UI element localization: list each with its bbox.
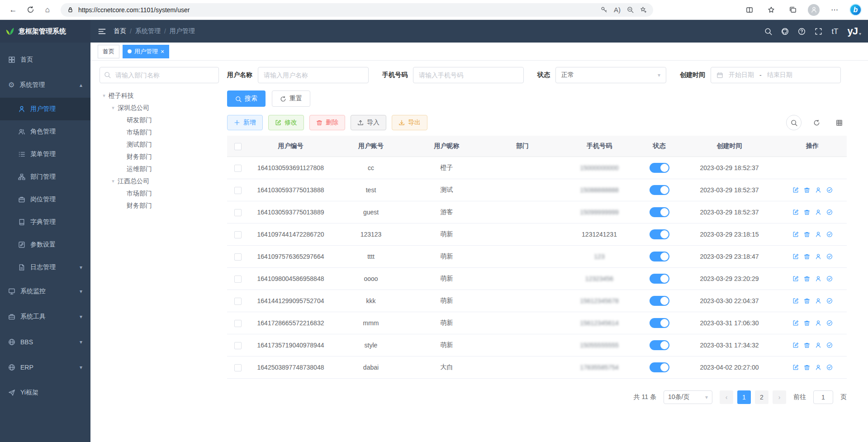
status-toggle[interactable] [650, 340, 669, 350]
sidebar-item-bbs[interactable]: BBS▾ [0, 329, 90, 355]
key-button[interactable] [601, 6, 607, 13]
reset-password-button[interactable] [815, 187, 821, 193]
sidebar-item-erp[interactable]: ERP▾ [0, 355, 90, 380]
sidebar-item-config[interactable]: 参数设置 [0, 233, 90, 256]
reset-password-button[interactable] [815, 342, 821, 348]
prev-page-button[interactable]: ‹ [720, 390, 733, 404]
assign-role-button[interactable] [826, 342, 833, 348]
page-size-select[interactable]: 10条/页▾ [664, 390, 712, 404]
copilot-button[interactable]: b [849, 4, 862, 16]
row-checkbox[interactable] [234, 209, 242, 216]
tab-1[interactable]: 用户管理× [123, 45, 169, 58]
tree-node[interactable]: 市场部门 [100, 126, 219, 138]
question-button[interactable] [798, 28, 806, 35]
delete-row-button[interactable] [804, 320, 810, 326]
split-screen-button[interactable] [743, 3, 756, 17]
status-toggle[interactable] [650, 296, 669, 306]
browser-home-button[interactable]: ⌂ [41, 3, 54, 17]
sidebar-item-post[interactable]: 岗位管理 [0, 188, 90, 211]
page-2-button[interactable]: 2 [755, 390, 768, 404]
sidebar-item-dept[interactable]: 部门管理 [0, 166, 90, 188]
column-settings-button[interactable] [831, 115, 847, 130]
status-toggle[interactable] [650, 229, 669, 239]
breadcrumb-item[interactable]: 首页 [114, 27, 126, 35]
tab-close-icon[interactable]: × [161, 48, 164, 55]
assign-role-button[interactable] [826, 253, 833, 260]
delete-row-button[interactable] [804, 364, 810, 371]
sidebar-item-role[interactable]: 角色管理 [0, 120, 90, 143]
search-button[interactable] [786, 115, 802, 130]
sidebar-item-menu[interactable]: 菜单管理 [0, 143, 90, 166]
row-checkbox[interactable] [234, 276, 242, 283]
row-checkbox[interactable] [234, 187, 242, 194]
collections-button[interactable] [786, 3, 800, 17]
row-checkbox[interactable] [234, 342, 242, 349]
status-toggle[interactable] [650, 252, 669, 261]
tree-node[interactable]: ▾橙子科技 [100, 90, 219, 102]
github-button[interactable] [781, 28, 789, 35]
breadcrumb-item[interactable]: 系统管理 [135, 27, 161, 35]
refresh-button[interactable] [809, 115, 824, 130]
tree-node[interactable]: 测试部门 [100, 138, 219, 151]
phone-input[interactable] [413, 67, 524, 83]
assign-role-button[interactable] [826, 187, 833, 193]
status-toggle[interactable] [650, 318, 669, 328]
app-logo[interactable]: 意框架管理系统 [0, 20, 90, 43]
row-checkbox[interactable] [234, 231, 242, 238]
delete-button[interactable]: 删除 [309, 115, 345, 130]
reset-password-button[interactable] [815, 276, 821, 282]
favorites-add-button[interactable] [640, 6, 647, 13]
assign-role-button[interactable] [826, 209, 833, 215]
status-select[interactable]: 正常 ▾ [555, 67, 666, 83]
assign-role-button[interactable] [826, 320, 833, 326]
site-info-lock-button[interactable] [67, 6, 74, 13]
goto-page-input[interactable] [813, 390, 833, 404]
edit-row-button[interactable] [792, 320, 799, 326]
assign-role-button[interactable] [826, 298, 833, 304]
tree-node[interactable]: ▾江西总公司 [100, 175, 219, 187]
import-button[interactable]: 导入 [351, 115, 386, 130]
delete-row-button[interactable] [804, 298, 810, 304]
reset-password-button[interactable] [815, 298, 821, 304]
status-toggle[interactable] [650, 207, 669, 217]
date-range-picker[interactable]: 开始日期 - 结束日期 [711, 67, 841, 83]
delete-row-button[interactable] [804, 187, 810, 193]
tree-node[interactable]: 运维部门 [100, 163, 219, 175]
edit-row-button[interactable] [792, 364, 799, 371]
caret-down-icon[interactable]: ▾ [109, 105, 118, 110]
add-button[interactable]: 新增 [227, 115, 263, 130]
caret-down-icon[interactable]: ▾ [109, 179, 118, 184]
assign-role-button[interactable] [826, 231, 833, 238]
sidebar-item-dict[interactable]: 字典管理 [0, 211, 90, 233]
username-input[interactable] [258, 67, 369, 83]
address-bar[interactable]: https://ccnetcore.com:1101/system/user A… [61, 3, 653, 17]
more-button[interactable]: ⋯ [828, 3, 841, 17]
row-checkbox[interactable] [234, 320, 242, 327]
page-1-button[interactable]: 1 [737, 390, 751, 404]
row-checkbox[interactable] [234, 165, 242, 172]
tree-node[interactable]: 财务部门 [100, 151, 219, 163]
row-checkbox[interactable] [234, 364, 242, 371]
favorites-bar-button[interactable] [764, 3, 778, 17]
delete-row-button[interactable] [804, 209, 810, 215]
department-search-input[interactable] [100, 67, 219, 83]
row-checkbox[interactable] [234, 298, 242, 305]
sidebar-item-monitor[interactable]: 系统监控▾ [0, 279, 90, 304]
edit-row-button[interactable] [792, 298, 799, 304]
font-size-button[interactable]: tT [831, 28, 838, 35]
zoom-out-button[interactable] [627, 6, 634, 13]
assign-role-button[interactable] [826, 364, 833, 371]
delete-row-button[interactable] [804, 342, 810, 348]
edit-button[interactable]: 修改 [268, 115, 304, 130]
reset-password-button[interactable] [815, 320, 821, 326]
delete-row-button[interactable] [804, 276, 810, 282]
status-toggle[interactable] [650, 185, 669, 195]
status-toggle[interactable] [650, 362, 669, 372]
edit-row-button[interactable] [792, 253, 799, 260]
edit-row-button[interactable] [792, 231, 799, 238]
reset-password-button[interactable] [815, 209, 821, 215]
reset-password-button[interactable] [815, 364, 821, 371]
read-aloud-button[interactable]: A) [614, 6, 621, 13]
fullscreen-button[interactable] [815, 28, 822, 35]
user-avatar-logo[interactable]: yJ▾ [847, 25, 861, 37]
